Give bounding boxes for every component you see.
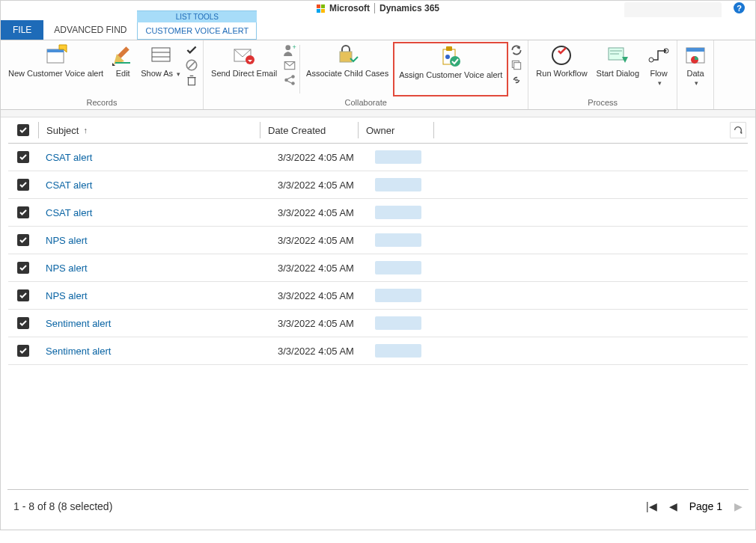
ribbon-group-records-title: Records (1, 96, 203, 109)
page-label: Page 1 (689, 500, 722, 512)
svg-rect-7 (152, 48, 170, 61)
table-row[interactable]: CSAT alert3/3/2022 4:05 AM (8, 144, 748, 171)
copy-link-icon[interactable] (510, 58, 523, 72)
new-customer-voice-alert-button[interactable]: New Customer Voice alert (4, 42, 108, 96)
record-link[interactable]: NPS alert (46, 263, 88, 274)
child-cases-icon (335, 43, 359, 67)
workflow-icon (549, 43, 573, 67)
cell-owner (368, 344, 442, 358)
brand-product: Dynamics 365 (379, 3, 439, 13)
delete-icon[interactable] (185, 73, 198, 87)
data-label: Data (686, 69, 704, 87)
record-link[interactable]: CSAT alert (46, 180, 92, 191)
row-checkbox[interactable] (8, 317, 38, 329)
new-record-icon (44, 43, 68, 67)
tab-file[interactable]: FILE (1, 20, 43, 40)
flow-button[interactable]: Flow (644, 42, 674, 96)
send-direct-email-button[interactable]: Send Direct Email (207, 42, 281, 96)
column-header-date-created[interactable]: Date Created (260, 125, 358, 136)
dialog-icon (606, 43, 630, 67)
row-checkbox[interactable] (8, 262, 38, 274)
column-header-owner[interactable]: Owner (359, 125, 433, 136)
brand-company: Microsoft (329, 3, 370, 13)
cell-date-created: 3/3/2022 4:05 AM (270, 318, 368, 329)
microsoft-logo-icon (317, 4, 325, 13)
email-icon (232, 43, 256, 67)
row-checkbox[interactable] (8, 289, 38, 301)
tab-advanced-find[interactable]: ADVANCED FIND (43, 20, 137, 40)
sort-asc-icon: ↑ (83, 126, 88, 135)
svg-point-29 (450, 56, 460, 67)
svg-rect-4 (118, 46, 129, 58)
table-row[interactable]: NPS alert3/3/2022 4:05 AM (8, 254, 748, 282)
first-page-button[interactable]: |◀ (646, 500, 657, 512)
start-dialog-label: Start Dialog (597, 69, 639, 78)
help-icon[interactable]: ? (734, 2, 745, 13)
assign-alert-label: Assign Customer Voice alert (399, 70, 502, 79)
table-row[interactable]: Sentiment alert3/3/2022 4:05 AM (8, 337, 748, 365)
svg-point-35 (552, 46, 570, 64)
record-link[interactable]: NPS alert (46, 290, 88, 301)
ribbon-group-records: New Customer Voice alert Edit Show As Re (1, 40, 204, 109)
show-as-button[interactable]: Show As (138, 42, 183, 96)
table-row[interactable]: CSAT alert3/3/2022 4:05 AM (8, 199, 748, 227)
ribbon-group-collaborate: Send Direct Email + Associate Child Case… (204, 40, 528, 109)
svg-rect-12 (189, 78, 195, 85)
table-row[interactable]: NPS alert3/3/2022 4:05 AM (8, 227, 748, 254)
email-link-icon[interactable] (510, 73, 523, 87)
row-checkbox[interactable] (8, 345, 38, 357)
run-workflow-button[interactable]: Run Workflow (531, 42, 591, 96)
record-link[interactable]: CSAT alert (46, 152, 92, 163)
cell-owner (368, 316, 442, 330)
ribbon-group-data-title (677, 105, 713, 109)
mail-merge-icon[interactable] (283, 58, 296, 72)
svg-point-40 (649, 58, 653, 62)
add-contact-icon[interactable]: + (283, 43, 296, 57)
edit-label: Edit (116, 69, 130, 78)
column-header-subject[interactable]: Subject ↑ (39, 125, 260, 136)
brand-separator (374, 3, 375, 13)
cell-owner (368, 150, 442, 164)
row-checkbox[interactable] (8, 179, 38, 191)
brand: Microsoft Dynamics 365 (317, 3, 439, 13)
record-range-text: 1 - 8 of 8 (8 selected) (13, 500, 112, 512)
records-grid: Subject ↑ Date Created Owner CSAT alert3… (1, 117, 755, 485)
ribbon-group-data: Data (677, 40, 714, 109)
svg-text:+: + (292, 43, 296, 51)
tab-customer-voice-alert[interactable]: CUSTOMER VOICE ALERT (138, 22, 256, 39)
data-button[interactable]: Data (680, 42, 710, 105)
refresh-small-icon[interactable] (510, 43, 523, 57)
row-checkbox[interactable] (8, 206, 38, 218)
prev-page-button[interactable]: ◀ (669, 500, 677, 512)
next-page-button[interactable]: ▶ (734, 500, 743, 512)
table-row[interactable]: Sentiment alert3/3/2022 4:05 AM (8, 310, 748, 337)
record-link[interactable]: Sentiment alert (46, 318, 111, 329)
tab-strip: FILE ADVANCED FIND LIST TOOLS CUSTOMER V… (1, 17, 755, 40)
share-icon[interactable] (283, 73, 296, 87)
start-dialog-button[interactable]: Start Dialog (592, 42, 644, 96)
edit-icon (111, 43, 135, 67)
table-row[interactable]: CSAT alert3/3/2022 4:05 AM (8, 171, 748, 199)
record-link[interactable]: CSAT alert (46, 207, 92, 218)
svg-line-25 (287, 81, 293, 83)
cell-date-created: 3/3/2022 4:05 AM (270, 263, 368, 274)
cell-owner (368, 261, 442, 274)
deactivate-icon[interactable] (185, 58, 198, 72)
window-footer (0, 530, 756, 543)
record-link[interactable]: NPS alert (46, 235, 88, 246)
ribbon-group-process: Run Workflow Start Dialog Flow Process (528, 40, 677, 109)
associate-child-cases-button[interactable]: Associate Child Cases (302, 42, 393, 96)
refresh-grid-button[interactable] (730, 122, 746, 138)
assign-customer-voice-alert-button[interactable]: Assign Customer Voice alert (393, 42, 508, 96)
record-link[interactable]: Sentiment alert (46, 346, 111, 357)
activate-icon[interactable] (185, 43, 198, 57)
edit-button[interactable]: Edit (108, 42, 138, 96)
svg-rect-33 (514, 63, 521, 70)
svg-marker-42 (664, 49, 667, 53)
row-checkbox[interactable] (8, 151, 38, 163)
select-all-checkbox[interactable] (8, 124, 38, 136)
cell-date-created: 3/3/2022 4:05 AM (270, 235, 368, 246)
table-row[interactable]: NPS alert3/3/2022 4:05 AM (8, 282, 748, 310)
row-checkbox[interactable] (8, 234, 38, 246)
svg-line-11 (189, 62, 195, 69)
